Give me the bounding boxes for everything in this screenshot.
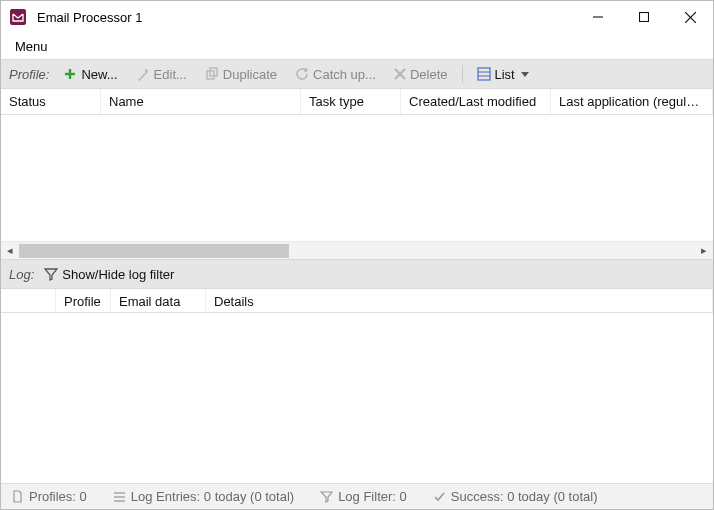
svg-rect-2 — [640, 13, 649, 22]
status-success-text: Success: 0 today (0 total) — [451, 489, 598, 504]
view-mode-label: List — [495, 67, 515, 82]
log-section: Profile Email data Details — [1, 289, 713, 483]
delete-profile-label: Delete — [410, 67, 448, 82]
status-log-filter: Log Filter: 0 — [320, 489, 407, 504]
scroll-thumb[interactable] — [19, 244, 289, 258]
col-last-application[interactable]: Last application (regularly) — [551, 89, 713, 114]
catchup-button[interactable]: Catch up... — [291, 65, 380, 84]
check-icon — [433, 490, 446, 503]
minimize-button[interactable] — [575, 1, 621, 33]
close-button[interactable] — [667, 1, 713, 33]
wrench-icon — [136, 67, 150, 81]
log-table-body[interactable] — [1, 313, 713, 483]
statusbar: Profiles: 0 Log Entries: 0 today (0 tota… — [1, 483, 713, 509]
log-toolbar-label: Log: — [9, 267, 34, 282]
new-profile-label: New... — [81, 67, 117, 82]
delete-icon — [394, 68, 406, 80]
chevron-down-icon — [521, 72, 529, 77]
log-col-icon[interactable] — [1, 289, 56, 312]
status-log-entries: Log Entries: 0 today (0 total) — [113, 489, 294, 504]
list-icon — [477, 67, 491, 81]
col-created-modified[interactable]: Created/Last modified — [401, 89, 551, 114]
log-col-profile[interactable]: Profile — [56, 289, 111, 312]
col-task-type[interactable]: Task type — [301, 89, 401, 114]
profile-toolbar: Profile: New... Edit... Duplicate Catch … — [1, 59, 713, 89]
log-toolbar: Log: Show/Hide log filter — [1, 259, 713, 289]
duplicate-icon — [205, 67, 219, 81]
profile-toolbar-label: Profile: — [9, 67, 49, 82]
duplicate-profile-button[interactable]: Duplicate — [201, 65, 281, 84]
status-log-filter-text: Log Filter: 0 — [338, 489, 407, 504]
toolbar-divider — [462, 65, 463, 83]
titlebar: Email Processor 1 — [1, 1, 713, 33]
document-icon — [11, 490, 24, 503]
plus-icon — [63, 67, 77, 81]
new-profile-button[interactable]: New... — [59, 65, 121, 84]
toggle-log-filter-button[interactable]: Show/Hide log filter — [40, 265, 178, 284]
log-col-details[interactable]: Details — [206, 289, 713, 312]
log-col-email-data[interactable]: Email data — [111, 289, 206, 312]
profiles-table-body[interactable] — [1, 115, 713, 241]
scroll-left-icon[interactable]: ◂ — [1, 242, 19, 260]
profiles-hscrollbar[interactable]: ◂ ▸ — [1, 241, 713, 259]
log-table-header: Profile Email data Details — [1, 289, 713, 313]
col-name[interactable]: Name — [101, 89, 301, 114]
profiles-table-header: Status Name Task type Created/Last modif… — [1, 89, 713, 115]
scroll-track[interactable] — [19, 244, 695, 258]
list-lines-icon — [113, 490, 126, 503]
duplicate-profile-label: Duplicate — [223, 67, 277, 82]
catchup-label: Catch up... — [313, 67, 376, 82]
status-success: Success: 0 today (0 total) — [433, 489, 598, 504]
refresh-icon — [295, 67, 309, 81]
view-mode-dropdown[interactable]: List — [473, 65, 533, 84]
scroll-right-icon[interactable]: ▸ — [695, 242, 713, 260]
profiles-section: Status Name Task type Created/Last modif… — [1, 89, 713, 259]
col-status[interactable]: Status — [1, 89, 101, 114]
status-log-entries-text: Log Entries: 0 today (0 total) — [131, 489, 294, 504]
edit-profile-label: Edit... — [154, 67, 187, 82]
status-profiles-text: Profiles: 0 — [29, 489, 87, 504]
app-icon — [9, 8, 27, 26]
menu-main[interactable]: Menu — [9, 36, 54, 57]
maximize-button[interactable] — [621, 1, 667, 33]
svg-rect-11 — [478, 68, 490, 80]
menubar: Menu — [1, 33, 713, 59]
edit-profile-button[interactable]: Edit... — [132, 65, 191, 84]
app-window: Email Processor 1 Menu Profile: New... E… — [0, 0, 714, 510]
filter-icon — [320, 490, 333, 503]
window-title: Email Processor 1 — [37, 10, 142, 25]
filter-icon — [44, 267, 58, 281]
toggle-log-filter-label: Show/Hide log filter — [62, 267, 174, 282]
status-profiles: Profiles: 0 — [11, 489, 87, 504]
delete-profile-button[interactable]: Delete — [390, 65, 452, 84]
